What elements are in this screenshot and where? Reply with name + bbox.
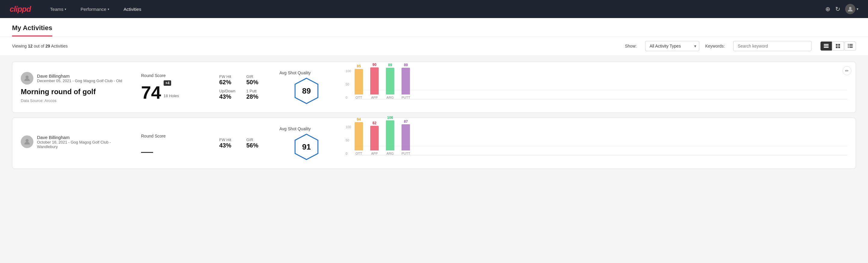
score-dash — [141, 141, 153, 153]
nav-performance[interactable]: Performance ▾ — [80, 7, 111, 12]
card-left: Dave Billingham December 05, 2021 - Gog … — [21, 72, 129, 103]
bar-group-app: 90 APP — [370, 63, 379, 99]
svg-rect-9 — [849, 44, 852, 45]
bar-label-app: 90 — [372, 63, 376, 67]
hexagon-value-2: 91 — [302, 142, 311, 152]
navbar: clippd Teams ▾ Performance ▾ Activities … — [0, 0, 868, 18]
refresh-button[interactable]: ↻ — [835, 5, 840, 12]
bar-group-ott: 85 OTT — [354, 64, 363, 99]
bar-label-ott: 85 — [357, 64, 361, 68]
stat-grid: FW Hit 62% GIR 50% Up/Down 43% 1 Putt 28… — [219, 74, 268, 100]
activity-type-select[interactable]: All Activity Types Round Practice — [645, 41, 699, 51]
add-button[interactable]: ⊕ — [825, 5, 830, 12]
user-avatar-wrapper[interactable]: ▾ — [845, 4, 858, 14]
bar-group-arg-2: 106 ARG — [386, 116, 394, 155]
nav-actions: ⊕ ↻ ▾ — [825, 4, 858, 14]
show-label: Show: — [625, 43, 637, 49]
shot-quality-chart: 100 50 0 85 OTT 90 — [346, 69, 847, 105]
score-badge: +4 — [164, 80, 172, 86]
hexagon-wrapper: 89 — [294, 78, 318, 104]
user-name: Dave Billingham — [37, 74, 122, 79]
logo: clippd — [10, 4, 31, 14]
svg-point-14 — [26, 76, 29, 79]
round-score-label: Round Score — [141, 73, 207, 78]
card-left-2: Dave Billingham October 16, 2021 - Gog M… — [21, 135, 129, 152]
holes-text: 18 Holes — [164, 94, 179, 98]
gir-label: GIR — [246, 74, 268, 79]
svg-rect-2 — [824, 46, 829, 46]
bar-group-app-2: 82 APP — [370, 121, 379, 155]
card-stats: Round Score 74 +4 18 Holes — [141, 73, 207, 102]
activity-type-select-wrapper[interactable]: All Activity Types Round Practice — [645, 41, 699, 51]
page-title: My Activities — [12, 18, 52, 36]
bar-label-putt: 89 — [404, 63, 408, 67]
bar-app — [370, 67, 379, 94]
svg-point-16 — [26, 139, 29, 142]
svg-rect-13 — [849, 47, 852, 48]
bar-chart-inner: 85 OTT 90 APP 89 ARG — [354, 69, 847, 105]
chart-midline — [354, 90, 847, 90]
fw-gir-stats: FW Hit 62% GIR 50% Up/Down 43% 1 Putt 28… — [219, 74, 268, 100]
one-putt-label: 1 Putt — [246, 89, 268, 93]
nav-activities[interactable]: Activities — [122, 7, 143, 12]
up-down-label: Up/Down — [219, 89, 240, 93]
chart-baseline-2 — [354, 155, 847, 155]
quality-title: Avg Shot Quality — [279, 70, 311, 75]
svg-rect-1 — [824, 44, 829, 45]
svg-rect-8 — [848, 44, 849, 45]
round-score-display: 74 +4 18 Holes — [141, 80, 207, 102]
keyword-search-input[interactable] — [733, 41, 811, 51]
bar-group-putt-2: 87 PUTT — [402, 119, 410, 155]
svg-point-0 — [849, 7, 851, 9]
chart-baseline — [354, 99, 847, 99]
score-number: 74 — [141, 84, 161, 102]
bar-arg — [386, 68, 394, 94]
avg-shot-quality: Avg Shot Quality 89 — [279, 70, 334, 104]
list-view-button[interactable] — [844, 41, 856, 51]
avatar-chevron-icon: ▾ — [857, 7, 858, 11]
grid-view-button[interactable] — [833, 41, 844, 51]
hexagon-2: 91 — [294, 134, 318, 160]
svg-rect-5 — [838, 44, 840, 46]
activities-content: ✏ Dave Billingham December 05, 2021 - Go… — [0, 56, 868, 175]
chevron-down-icon: ▾ — [108, 7, 109, 11]
bar-group-ott-2: 94 OTT — [354, 117, 363, 155]
bar-putt-2 — [402, 124, 410, 150]
data-source: Data Source: Arccos — [21, 98, 129, 103]
avg-shot-quality-2: Avg Shot Quality 91 — [279, 126, 334, 160]
svg-rect-3 — [824, 47, 829, 48]
user-info-2: Dave Billingham October 16, 2021 - Gog M… — [21, 135, 129, 149]
activity-title: Morning round of golf — [21, 88, 129, 96]
nav-performance-label: Performance — [81, 7, 106, 12]
chevron-down-icon: ▾ — [65, 7, 66, 11]
bar-ott — [354, 69, 363, 94]
svg-rect-7 — [838, 46, 840, 48]
bar-label-putt-2: 87 — [404, 119, 408, 124]
bar-chart-inner-2: 94 OTT 82 APP 106 ARG 8 — [354, 125, 847, 161]
fw-hit-value: 62% — [219, 79, 240, 86]
gir-value: 50% — [246, 79, 268, 86]
activity-card-2: Dave Billingham October 16, 2021 - Gog M… — [12, 118, 856, 169]
nav-teams-label: Teams — [50, 7, 63, 12]
bar-label-arg: 89 — [388, 63, 392, 67]
gir-value-2: 56% — [246, 142, 268, 149]
compact-list-view-button[interactable] — [820, 41, 832, 51]
avatar — [21, 72, 33, 85]
viewing-text: Viewing 12 out of 29 Activities — [12, 43, 68, 49]
bar-app-2 — [370, 126, 379, 150]
one-putt-value: 28% — [246, 93, 268, 100]
bar-chart-area: 100 50 0 85 OTT 90 — [346, 69, 847, 105]
fw-hit-label-2: FW Hit — [219, 138, 240, 142]
bar-label-app-2: 82 — [372, 121, 376, 125]
user-date: December 05, 2021 - Gog Magog Golf Club … — [37, 79, 122, 83]
fw-hit-value-2: 43% — [219, 142, 240, 149]
bar-ott-2 — [354, 122, 363, 150]
bar-group-arg: 89 ARG — [386, 63, 394, 99]
view-toggle — [820, 41, 856, 51]
filter-bar: Viewing 12 out of 29 Activities Show: Al… — [0, 37, 868, 56]
nav-teams[interactable]: Teams ▾ — [49, 7, 67, 12]
quality-title-2: Avg Shot Quality — [279, 126, 311, 131]
page-header: My Activities — [0, 18, 868, 37]
bar-chart-area-2: 100 50 0 94 OTT 82 APP — [346, 125, 847, 161]
svg-rect-6 — [836, 46, 838, 48]
